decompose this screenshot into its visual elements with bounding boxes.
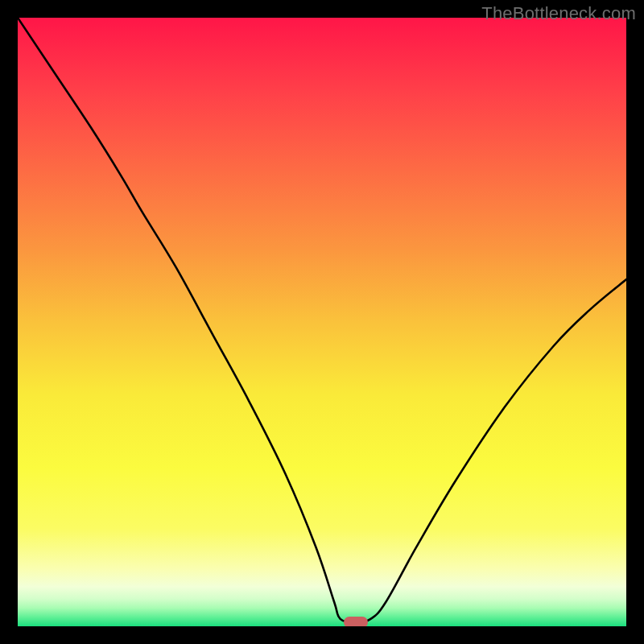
watermark-text: TheBottleneck.com <box>481 3 636 24</box>
chart-frame: TheBottleneck.com <box>0 0 644 644</box>
plot-area <box>18 18 626 626</box>
optimum-marker <box>344 617 368 626</box>
bottleneck-curve <box>18 18 626 626</box>
